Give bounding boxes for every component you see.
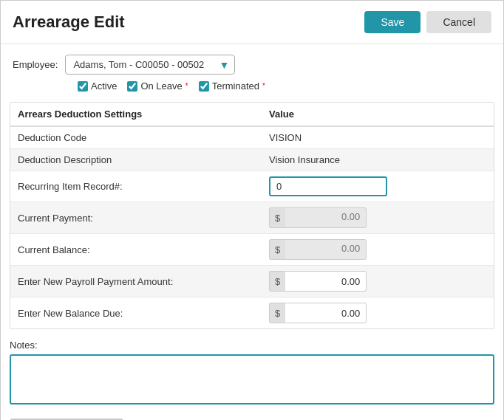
employee-select[interactable]: Adams, Tom - C00050 - 00502 [65,55,235,75]
employee-select-wrapper: Adams, Tom - C00050 - 00502 ▼ [65,55,235,75]
active-checkbox[interactable] [78,81,88,92]
recurring-item-value [269,176,486,196]
on-leave-checkbox-label[interactable]: On Leave* [127,80,188,92]
new-balance-label: Enter New Balance Due: [18,308,269,319]
notes-section: Notes: [1,335,503,413]
new-balance-value: $ [269,303,486,323]
page-header: Arrearage Edit Save Cancel [1,1,503,44]
current-balance-value: $ 0.00 [269,239,486,260]
col2-header: Value [269,109,486,120]
recurring-item-label: Recurring Item Record#: [18,181,269,192]
current-balance-label: Current Balance: [18,244,269,255]
header-buttons: Save Cancel [364,11,491,33]
notes-textarea[interactable] [10,354,494,404]
table-row: Current Payment: $ 0.00 [10,202,494,234]
on-leave-label: On Leave [140,80,182,92]
employee-row: Employee: Adams, Tom - C00050 - 00502 ▼ [1,44,503,79]
new-balance-input-group: $ [269,303,486,323]
new-balance-input[interactable] [285,303,367,323]
dollar-sign-icon: $ [269,239,285,260]
page-title: Arrearage Edit [13,13,125,32]
table-row: Recurring Item Record#: [10,171,494,202]
notes-label: Notes: [10,340,494,351]
terminated-checkbox[interactable] [199,81,209,92]
new-payroll-input[interactable] [285,271,367,292]
dollar-sign-icon: $ [269,207,285,228]
deduction-code-value: VISION [269,132,486,143]
active-label: Active [91,80,117,92]
new-payroll-value: $ [269,271,486,292]
current-payment-field: 0.00 [285,207,367,228]
table-row: Deduction Description Vision Insurance [10,149,494,171]
active-checkbox-label[interactable]: Active [78,80,117,92]
deduction-description-label: Deduction Description [18,154,269,165]
dollar-sign-icon: $ [269,271,285,292]
dollar-sign-icon: $ [269,303,285,323]
on-leave-asterisk: * [185,82,188,90]
checkbox-row: Active On Leave* Terminated* [1,79,503,97]
table-header: Arrears Deduction Settings Value [10,103,494,127]
terminated-asterisk: * [262,82,265,90]
new-payroll-label: Enter New Payroll Payment Amount: [18,276,269,287]
page-container: Arrearage Edit Save Cancel Employee: Ada… [0,0,504,420]
deduction-code-label: Deduction Code [18,132,269,143]
current-payment-value: $ 0.00 [269,207,486,228]
table-row: Enter New Payroll Payment Amount: $ [10,266,494,297]
current-balance-field: 0.00 [285,239,367,260]
table-row: Deduction Code VISION [10,127,494,149]
table-row: Current Balance: $ 0.00 [10,234,494,266]
terminated-label: Terminated [212,80,259,92]
table-row: Enter New Balance Due: $ [10,297,494,328]
new-payroll-input-group: $ [269,271,486,292]
deduction-description-value: Vision Insurance [269,154,486,165]
on-leave-checkbox[interactable] [127,81,137,92]
col1-header: Arrears Deduction Settings [18,109,269,120]
terminated-checkbox-label[interactable]: Terminated* [199,80,265,92]
current-balance-input-group: $ 0.00 [269,239,486,260]
arrears-table: Arrears Deduction Settings Value Deducti… [10,102,494,329]
employee-label: Employee: [13,59,58,70]
bottom-section: Show Change History [1,413,503,420]
current-payment-input-group: $ 0.00 [269,207,486,228]
save-button[interactable]: Save [364,11,420,33]
current-payment-label: Current Payment: [18,213,269,224]
cancel-button[interactable]: Cancel [426,11,491,33]
recurring-item-input[interactable] [269,176,387,196]
